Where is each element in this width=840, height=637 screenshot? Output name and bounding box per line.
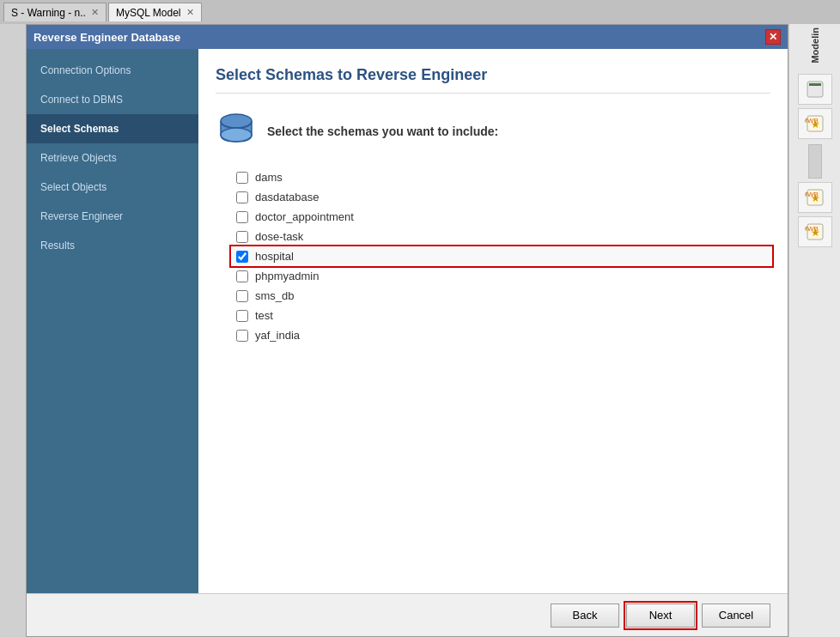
schema-item-hospital: hospital (233, 248, 770, 264)
schema-label-yaf-india[interactable]: yaf_india (255, 329, 300, 342)
schema-checkbox-dose-task[interactable] (236, 231, 248, 243)
cancel-button[interactable]: Cancel (702, 604, 770, 628)
schema-checkbox-doctor-appointment[interactable] (236, 211, 248, 223)
schema-item-dasdatabase: dasdatabase (233, 189, 770, 205)
svg-text:MWB: MWB (805, 191, 819, 198)
schema-item-yaf-india: yaf_india (233, 327, 770, 343)
wizard-nav: Connection Options Connect to DBMS Selec… (27, 49, 198, 593)
schema-instruction: Select the schemas you want to include: (267, 124, 498, 138)
svg-point-15 (221, 128, 252, 142)
schema-label-sms-db[interactable]: sms_db (255, 289, 295, 302)
schema-item-test: test (233, 307, 770, 324)
schema-checkbox-hospital[interactable] (236, 251, 248, 263)
wizard-step-reverse-engineer[interactable]: Reverse Engineer (27, 202, 198, 231)
wizard-step-select-schemas[interactable]: Select Schemas (27, 114, 198, 143)
schema-label-hospital[interactable]: hospital (255, 250, 294, 263)
schema-label-dams[interactable]: dams (255, 171, 283, 184)
next-button[interactable]: Next (626, 604, 695, 628)
schema-item-dams: dams (233, 169, 770, 185)
wizard-step-retrieve-objects[interactable]: Retrieve Objects (27, 143, 198, 173)
schema-checkbox-yaf-india[interactable] (236, 330, 248, 342)
dialog-close-button[interactable]: ✕ (765, 29, 781, 45)
dialog-titlebar: Reverse Engineer Database ✕ (27, 25, 788, 49)
tab-mysql-model-close[interactable]: ✕ (186, 7, 194, 18)
schema-item-dose-task: dose-task (233, 228, 770, 245)
database-icon (216, 111, 257, 152)
schema-list: dams dasdatabase doctor_appointment dose… (233, 169, 770, 343)
svg-rect-4 (809, 83, 821, 86)
wizard-main-content: Select Schemas to Reverse Engineer Selec… (198, 49, 788, 593)
reverse-engineer-dialog: Reverse Engineer Database ✕ Connection O… (26, 24, 788, 637)
schema-item-phpmyadmin: phpmyadmin (233, 268, 770, 284)
back-button[interactable]: Back (551, 604, 619, 628)
tab-mysql-model-label: MySQL Model (116, 7, 181, 19)
right-panel-icon-3[interactable]: ★ MWB (798, 182, 832, 213)
schema-checkbox-dasdatabase[interactable] (236, 191, 248, 203)
taskbar: S - Warning - n.. ✕ MySQL Model ✕ (0, 0, 840, 24)
wizard-step-results[interactable]: Results (27, 231, 198, 260)
tab-warning-label: S - Warning - n.. (11, 7, 86, 19)
schema-checkbox-sms-db[interactable] (236, 290, 248, 302)
schema-label-dose-task[interactable]: dose-task (255, 230, 303, 243)
tab-warning-close[interactable]: ✕ (91, 7, 99, 18)
svg-text:MWB: MWB (805, 225, 819, 233)
right-panel-header: Modelin (810, 27, 820, 64)
right-panel-icon-2[interactable]: ★ MWB (798, 108, 832, 139)
wizard-step-select-objects[interactable]: Select Objects (27, 173, 198, 202)
schema-label-phpmyadmin[interactable]: phpmyadmin (255, 270, 319, 282)
schema-label-test[interactable]: test (255, 309, 273, 322)
tab-warning[interactable]: S - Warning - n.. ✕ (3, 3, 107, 21)
tab-mysql-model[interactable]: MySQL Model ✕ (108, 3, 202, 21)
schema-checkbox-phpmyadmin[interactable] (236, 270, 248, 282)
dialog-footer: Back Next Cancel (27, 593, 788, 636)
schema-header: Select the schemas you want to include: (216, 111, 770, 152)
wizard-content-title: Select Schemas to Reverse Engineer (216, 66, 770, 94)
left-sidebar-bg (0, 24, 26, 637)
right-panel-icon-1[interactable] (798, 74, 832, 105)
schema-item-sms-db: sms_db (233, 288, 770, 304)
schema-label-doctor-appointment[interactable]: doctor_appointment (255, 210, 354, 223)
wizard-step-connect-to-dbms[interactable]: Connect to DBMS (27, 85, 198, 114)
svg-text:MWB: MWB (805, 117, 819, 124)
schema-item-doctor-appointment: doctor_appointment (233, 209, 770, 225)
wizard-step-connection-options[interactable]: Connection Options (27, 56, 198, 85)
schema-checkbox-test[interactable] (236, 310, 248, 322)
schema-label-dasdatabase[interactable]: dasdatabase (255, 191, 319, 203)
right-panel-scroll[interactable] (808, 144, 822, 179)
dialog-content: Connection Options Connect to DBMS Selec… (27, 49, 788, 593)
right-panel: Modelin ★ MWB ★ MWB ★ MWB (788, 24, 840, 637)
right-panel-icon-4[interactable]: ★ MWB (798, 216, 832, 247)
dialog-title: Reverse Engineer Database (33, 31, 180, 44)
schema-checkbox-dams[interactable] (236, 172, 248, 184)
